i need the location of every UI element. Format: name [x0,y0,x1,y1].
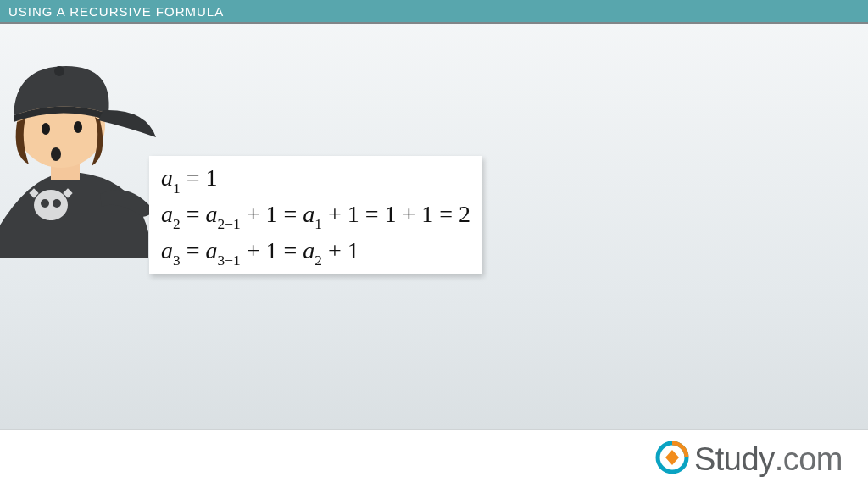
svg-rect-4 [49,214,53,220]
formula-line-3: a3 = a3−1 + 1 = a2 + 1 [161,234,470,270]
formula-block: a1 = 1 a2 = a2−1 + 1 = a1 + 1 = 1 + 1 = … [149,156,482,274]
svg-point-10 [54,66,64,76]
svg-point-13 [51,147,61,161]
title-bar: USING A RECURSIVE FORMULA [0,0,868,22]
svg-point-12 [74,121,82,133]
brand-name-strong: Study [694,441,775,477]
brand-logo: Study.com [655,441,843,478]
svg-point-11 [42,123,50,135]
svg-rect-3 [43,213,47,219]
title-underline [0,22,868,24]
formula-line-2: a2 = a2−1 + 1 = a1 + 1 = 1 + 1 = 2 [161,197,470,234]
brand-name-light: .com [775,441,843,477]
formula-card: a1 = 1 a2 = a2−1 + 1 = a1 + 1 = 1 + 1 = … [149,156,482,274]
character-illustration [0,37,170,258]
brand-text: Study.com [694,441,843,478]
svg-rect-5 [55,213,58,219]
slide-title: USING A RECURSIVE FORMULA [8,4,224,19]
svg-point-1 [41,199,49,208]
footer-bar: Study.com [0,429,868,488]
svg-point-2 [53,199,61,208]
svg-marker-15 [665,450,679,465]
brand-icon [655,441,689,478]
formula-line-1: a1 = 1 [161,161,470,197]
